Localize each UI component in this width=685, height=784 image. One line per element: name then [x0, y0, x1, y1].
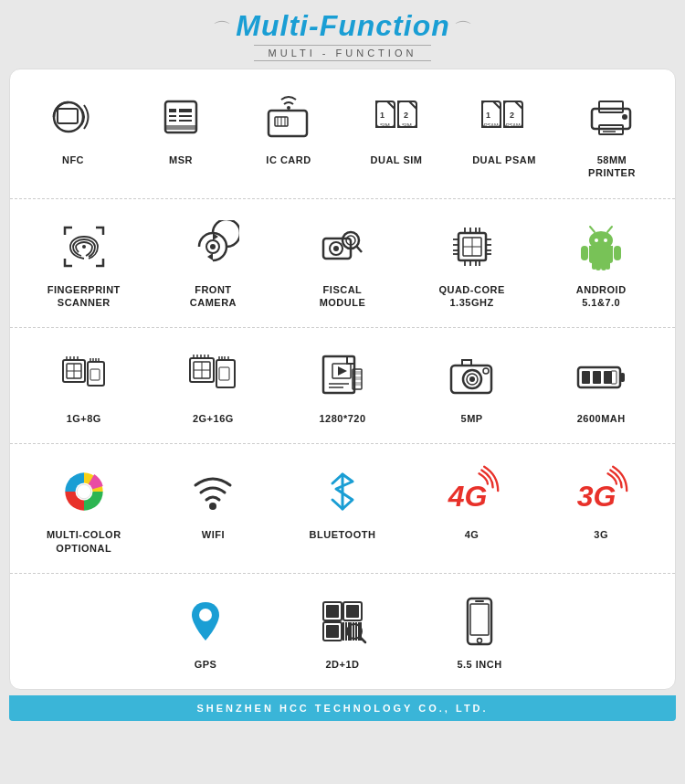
fiscal-icon	[313, 217, 372, 276]
feature-section-2: FINGERPRINTSCANNER	[10, 199, 675, 329]
svg-text:3G: 3G	[577, 480, 616, 513]
feature-gps: GPS	[155, 587, 256, 676]
svg-point-45	[333, 246, 339, 251]
footer-text: SHENZHEN HCC TECHNOLOGY CO., LTD.	[196, 703, 488, 714]
svg-text:1: 1	[380, 111, 385, 120]
page-subtitle: MULTI - FUNCTION	[254, 45, 432, 61]
svg-rect-123	[620, 373, 625, 382]
svg-point-128	[75, 483, 92, 501]
wifi-icon	[184, 462, 242, 521]
5mp-icon	[443, 346, 501, 405]
page-title: Multi-Function	[236, 9, 449, 42]
svg-point-130	[209, 503, 216, 510]
svg-rect-78	[614, 246, 621, 260]
ic-card-icon	[259, 88, 318, 146]
gps-icon	[176, 592, 235, 651]
fingerprint-icon	[55, 217, 113, 276]
2d1d-icon	[313, 592, 372, 651]
printer-label: 58MMPRINTER	[588, 154, 636, 180]
55inch-label: 5.5 INCH	[457, 658, 501, 671]
svg-point-74	[604, 238, 607, 242]
svg-text:2: 2	[404, 111, 408, 120]
svg-rect-114	[353, 371, 362, 375]
svg-text:1: 1	[486, 111, 490, 120]
feature-1g8g: 1G+8G	[34, 341, 134, 430]
svg-rect-137	[346, 605, 359, 618]
feature-battery: 2600MAH	[551, 341, 651, 430]
2g16g-icon	[184, 346, 242, 405]
svg-rect-8	[179, 120, 192, 122]
bluetooth-icon	[313, 462, 372, 521]
4g-icon: 4G	[443, 462, 501, 521]
svg-rect-71	[606, 260, 610, 270]
feature-section-4: MULTI-COLOROPTIONAL WIFI	[10, 444, 675, 574]
svg-rect-125	[593, 371, 601, 384]
front-camera-icon	[184, 217, 242, 276]
android-icon	[572, 217, 630, 276]
fingerprint-label: FINGERPRINTSCANNER	[47, 283, 121, 310]
svg-rect-151	[470, 604, 489, 635]
svg-rect-139	[326, 625, 339, 638]
svg-rect-135	[326, 605, 339, 618]
svg-rect-1	[58, 109, 78, 123]
feature-5mp: 5MP	[422, 341, 522, 430]
feature-resolution: 1280*720	[292, 341, 393, 430]
svg-text:4G: 4G	[447, 480, 487, 513]
svg-rect-92	[90, 369, 100, 380]
feature-fingerprint: FINGERPRINTSCANNER	[34, 212, 134, 315]
svg-line-75	[590, 227, 595, 232]
1g8g-icon	[55, 346, 113, 405]
msr-icon	[152, 88, 210, 146]
svg-text:PSAM: PSAM	[484, 122, 499, 128]
svg-point-152	[478, 639, 482, 643]
feature-bluetooth: BLUETOOTH	[292, 457, 393, 546]
svg-rect-150	[468, 599, 491, 644]
feature-ic-card: IC CARD	[238, 82, 339, 172]
svg-point-133	[199, 609, 212, 621]
svg-point-120	[469, 376, 475, 382]
nfc-label: NFC	[62, 154, 84, 166]
resolution-label: 1280*720	[319, 412, 365, 425]
footer-bar: SHENZHEN HCC TECHNOLOGY CO., LTD.	[9, 695, 676, 721]
svg-rect-33	[599, 101, 623, 112]
feature-55inch: 5.5 INCH	[429, 587, 530, 676]
dual-psam-label: DUAL PSAM	[472, 154, 536, 166]
battery-icon	[572, 346, 630, 405]
svg-marker-39	[207, 253, 213, 260]
feature-grid-1: NFC	[19, 82, 666, 185]
svg-point-121	[483, 368, 489, 374]
printer-icon	[583, 88, 641, 146]
svg-point-37	[622, 114, 627, 120]
svg-line-76	[607, 227, 612, 232]
svg-rect-7	[179, 115, 192, 117]
dual-psam-icon: 1 PSAM 2 PSAM	[475, 88, 533, 146]
resolution-icon	[313, 346, 372, 405]
feature-grid-4: MULTI-COLOROPTIONAL WIFI	[19, 457, 666, 560]
feature-dual-psam: 1 PSAM 2 PSAM DUAL PSAM	[454, 82, 554, 172]
feature-fiscal: FISCALMODULE	[292, 212, 393, 315]
multicolor-label: MULTI-COLOROPTIONAL	[47, 528, 121, 555]
55inch-icon	[450, 592, 509, 651]
svg-point-72	[589, 231, 613, 249]
feature-grid-5: GPS	[19, 587, 666, 676]
svg-line-47	[356, 246, 362, 252]
1g8g-label: 1G+8G	[67, 412, 101, 425]
svg-point-10	[287, 106, 290, 110]
feature-2g16g: 2G+16G	[163, 341, 263, 430]
quad-core-label: QUAD-CORE1.35GHZ	[438, 283, 504, 310]
svg-rect-115	[353, 376, 362, 380]
svg-rect-9	[165, 125, 196, 130]
svg-marker-110	[338, 366, 347, 376]
page-wrapper: ⌒ Multi-Function ⌒ MULTI - FUNCTION	[0, 0, 685, 730]
2g16g-label: 2G+16G	[193, 412, 234, 425]
fiscal-label: FISCALMODULE	[320, 283, 366, 310]
main-card: NFC	[9, 69, 676, 690]
svg-rect-3	[169, 109, 176, 112]
2d1d-label: 2D+1D	[325, 658, 359, 671]
dual-sim-icon: 1 SIM 2 SIM	[367, 88, 426, 146]
title-section: ⌒ Multi-Function ⌒ MULTI - FUNCTION	[9, 9, 676, 61]
bracket-left: ⌒	[213, 19, 237, 39]
feature-grid-3: 1G+8G	[19, 341, 666, 430]
feature-multicolor: MULTI-COLOROPTIONAL	[34, 457, 134, 560]
nfc-icon	[44, 88, 102, 146]
